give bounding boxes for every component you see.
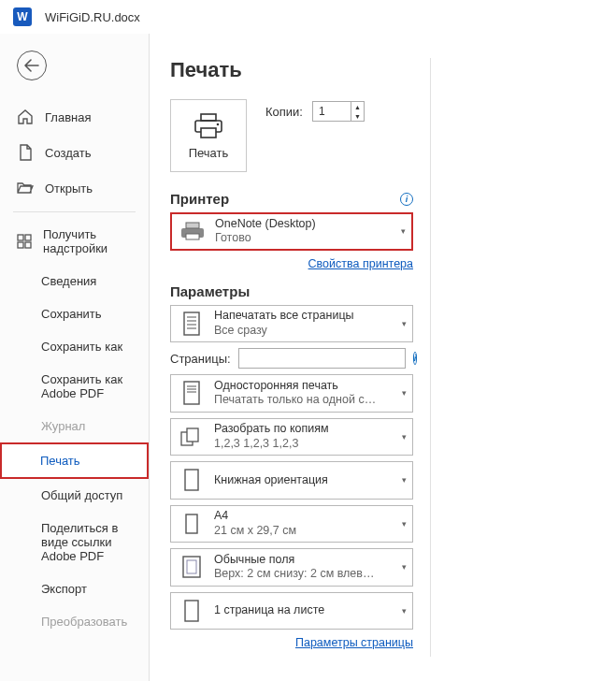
home-icon [17, 109, 34, 125]
svg-rect-22 [185, 470, 198, 490]
nav-saveas-pdf[interactable]: Сохранить как Adobe PDF [0, 363, 149, 410]
nav-saveas[interactable]: Сохранить как [0, 330, 149, 363]
print-button-label: Печать [189, 146, 229, 160]
svg-rect-3 [25, 242, 31, 248]
nav-share-label: Общий доступ [41, 488, 122, 502]
page-setup-link[interactable]: Параметры страницы [295, 636, 413, 649]
chevron-down-icon: ▾ [402, 475, 407, 485]
orientation-selector[interactable]: Книжная ориентация ▾ [170, 461, 413, 499]
nav-saveas-pdf-label: Сохранить как Adobe PDF [41, 372, 132, 400]
nav-saveas-label: Сохранить как [41, 340, 122, 354]
svg-point-7 [217, 123, 220, 125]
nav-share[interactable]: Общий доступ [0, 479, 149, 512]
svg-rect-4 [201, 114, 216, 121]
nav-new-label: Создать [45, 146, 91, 160]
addins-icon [17, 233, 32, 250]
svg-rect-23 [186, 514, 197, 533]
one-per-sheet-icon [179, 598, 205, 624]
nav-info[interactable]: Сведения [0, 265, 149, 297]
orientation-title: Книжная ориентация [214, 473, 328, 488]
svg-rect-25 [187, 560, 196, 573]
svg-rect-9 [186, 223, 199, 228]
print-what-selector[interactable]: Напечатать все страницыВсе сразу ▾ [170, 305, 413, 342]
back-arrow-icon [24, 59, 39, 72]
print-what-sub: Все сразу [214, 324, 354, 339]
svg-rect-16 [184, 382, 199, 404]
nav-addins[interactable]: Получить надстройки [0, 218, 149, 265]
svg-rect-24 [183, 557, 200, 577]
nav-save[interactable]: Сохранить [0, 297, 149, 330]
svg-rect-0 [18, 235, 23, 240]
print-button[interactable]: Печать [170, 99, 247, 172]
printer-selector[interactable]: OneNote (Desktop) Готово ▾ [170, 212, 413, 251]
svg-rect-1 [25, 235, 31, 240]
nav-home-label: Главная [45, 110, 91, 124]
papersize-selector[interactable]: A421 см x 29,7 см ▾ [170, 505, 413, 543]
printer-properties-link[interactable]: Свойства принтера [308, 257, 413, 270]
margins-selector[interactable]: Обычные поляВерх: 2 см снизу: 2 см влев…… [170, 548, 413, 586]
nav-history: Журнал [0, 410, 149, 442]
nav-open-label: Открыть [45, 181, 93, 196]
copies-spinner[interactable]: 1 ▲▼ [312, 101, 365, 122]
svg-rect-2 [18, 242, 23, 248]
pages-input[interactable] [238, 348, 406, 369]
pages-per-sheet-title: 1 страница на листе [214, 603, 324, 618]
collate-icon [179, 424, 205, 450]
paper-size-icon [179, 511, 205, 537]
collate-title: Разобрать по копиям [214, 422, 329, 437]
printer-section-label: Принтер [170, 191, 229, 207]
word-app-icon: W [13, 7, 32, 26]
back-button[interactable] [17, 51, 47, 80]
nav-share-link-pdf[interactable]: Поделиться в виде ссылки Adobe PDF [0, 512, 149, 572]
folder-open-icon [17, 180, 34, 196]
printer-name: OneNote (Desktop) [215, 217, 316, 232]
pages-per-sheet-selector[interactable]: 1 страница на листе ▾ [170, 592, 413, 630]
chevron-down-icon: ▾ [402, 519, 407, 529]
pages-info-icon[interactable]: i [413, 352, 418, 365]
nav-separator [13, 211, 136, 212]
nav-open[interactable]: Открыть [0, 170, 149, 206]
chevron-down-icon: ▾ [402, 606, 407, 616]
nav-new[interactable]: Создать [0, 135, 149, 170]
one-sided-icon [179, 380, 205, 406]
nav-export[interactable]: Экспорт [0, 572, 149, 605]
copies-down-icon[interactable]: ▼ [351, 111, 364, 121]
svg-rect-26 [185, 601, 198, 621]
print-what-title: Напечатать все страницы [214, 309, 354, 324]
chevron-down-icon: ▾ [402, 432, 407, 442]
nav-transform-label: Преобразовать [41, 615, 127, 629]
nav-print-label: Печать [40, 454, 80, 468]
margins-sub: Верх: 2 см снизу: 2 см влев… [214, 567, 374, 582]
chevron-down-icon: ▾ [402, 562, 407, 572]
nav-save-label: Сохранить [41, 307, 102, 321]
nav-share-link-pdf-label: Поделиться в виде ссылки Adobe PDF [41, 521, 132, 563]
chevron-down-icon: ▾ [401, 226, 406, 236]
printer-info-icon[interactable]: i [400, 193, 413, 206]
chevron-down-icon: ▾ [402, 388, 407, 398]
nav-addins-label: Получить надстройки [43, 227, 132, 255]
copies-up-icon[interactable]: ▲ [351, 102, 364, 111]
printer-icon [193, 112, 224, 140]
collate-selector[interactable]: Разобрать по копиям1,2,3 1,2,3 1,2,3 ▾ [170, 418, 413, 456]
svg-rect-10 [186, 234, 199, 239]
new-doc-icon [17, 144, 34, 161]
nav-history-label: Журнал [41, 419, 85, 433]
nav-transform: Преобразовать [0, 605, 149, 638]
chevron-down-icon: ▾ [402, 319, 407, 328]
nav-info-label: Сведения [41, 274, 96, 288]
papersize-title: A4 [214, 509, 296, 524]
svg-rect-21 [187, 428, 198, 442]
pages-icon [179, 311, 205, 337]
portrait-icon [179, 467, 205, 493]
svg-rect-11 [184, 312, 199, 335]
nav-export-label: Экспорт [41, 582, 87, 596]
margins-title: Обычные поля [214, 553, 374, 568]
sides-sub: Печатать только на одной с… [214, 393, 376, 408]
papersize-sub: 21 см x 29,7 см [214, 524, 296, 539]
printer-device-icon [179, 218, 206, 244]
sides-title: Односторонняя печать [214, 379, 376, 394]
collate-sub: 1,2,3 1,2,3 1,2,3 [214, 437, 329, 452]
sides-selector[interactable]: Односторонняя печатьПечатать только на о… [170, 374, 413, 412]
nav-home[interactable]: Главная [0, 99, 149, 135]
nav-print[interactable]: Печать [0, 442, 149, 479]
